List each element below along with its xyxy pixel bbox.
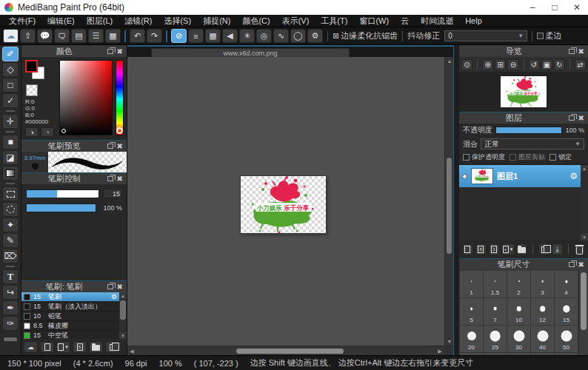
size-cell[interactable]: 7 xyxy=(484,298,507,325)
parallel-snap-button[interactable]: ≡ xyxy=(188,29,204,43)
edit-material-button[interactable]: ▦ xyxy=(105,29,121,43)
brush-row[interactable]: 15 中空笔 xyxy=(21,331,119,339)
snap-settings-button[interactable]: ⚙ xyxy=(307,29,323,43)
rotate-left-button[interactable]: ↺ xyxy=(529,59,540,70)
size-cell[interactable]: 4 xyxy=(555,271,578,297)
snap-off-button[interactable]: ⊘ xyxy=(171,29,187,43)
fit-window-button[interactable]: ⊞ xyxy=(495,59,506,70)
saturation-value-picker[interactable] xyxy=(59,60,113,135)
scroll-down-icon[interactable]: ▼ xyxy=(119,332,127,339)
transparent-color-swatch[interactable] xyxy=(26,84,38,96)
lasso-select-tool[interactable] xyxy=(2,202,19,217)
close-icon[interactable]: ✖ xyxy=(117,175,123,183)
popout-icon[interactable] xyxy=(107,176,113,181)
clipping-checkbox[interactable] xyxy=(510,154,516,161)
merge-layer-button[interactable]: ⤓ xyxy=(552,243,563,255)
popout-icon[interactable] xyxy=(107,144,113,149)
menu-timelapse[interactable]: 时间流逝 xyxy=(415,15,459,27)
redo-button[interactable]: ↷ xyxy=(147,29,162,43)
size-cell[interactable]: 12 xyxy=(531,298,554,325)
size-cell[interactable]: 25 xyxy=(484,326,507,352)
lock-checkbox[interactable] xyxy=(549,154,556,161)
size-cell[interactable]: 10 xyxy=(507,298,530,325)
scroll-right-icon[interactable]: ▶ xyxy=(435,346,444,356)
add-brush-menu-button[interactable]: ▼ xyxy=(56,341,70,353)
soft-edge-checkbox[interactable] xyxy=(537,33,544,39)
size-cell[interactable]: 20 xyxy=(460,326,483,352)
color-set-button[interactable]: ◔ xyxy=(41,127,54,137)
bucket-tool[interactable]: ◪ xyxy=(2,150,19,165)
script-brush-button[interactable]: S xyxy=(73,341,87,353)
scroll-thumb[interactable] xyxy=(581,272,587,330)
popout-icon[interactable] xyxy=(569,262,575,267)
zoom-reset-button[interactable]: ⊙ xyxy=(461,59,472,70)
text-tool[interactable]: T xyxy=(2,269,19,284)
delete-layer-button[interactable] xyxy=(574,243,585,255)
brush-opacity-slider[interactable] xyxy=(26,204,96,212)
scroll-down-icon[interactable]: ▼ xyxy=(581,234,588,240)
size-cell[interactable]: 15 xyxy=(555,298,578,325)
scroll-up-icon[interactable]: ▲ xyxy=(445,57,454,65)
popout-icon[interactable] xyxy=(569,49,575,54)
cloud-brush-button[interactable]: ☁ xyxy=(24,341,38,353)
close-icon[interactable]: ✖ xyxy=(117,142,123,150)
popout-icon[interactable] xyxy=(107,49,113,54)
visibility-icon[interactable] xyxy=(462,174,467,179)
scroll-up-icon[interactable]: ▲ xyxy=(581,165,588,172)
brush-sizes-scrollbar[interactable] xyxy=(578,270,588,355)
brush-row[interactable]: 10 铅笔 xyxy=(21,312,119,321)
select-pen-tool[interactable]: ✎ xyxy=(2,233,19,248)
size-cell-partial[interactable] xyxy=(460,353,483,355)
brush-row[interactable]: 8.5 橡皮擦 xyxy=(21,321,119,331)
brush-tool[interactable]: ✐ xyxy=(2,47,19,61)
size-cell[interactable]: 3 xyxy=(531,271,554,297)
duplicate-layer-button[interactable] xyxy=(538,243,549,255)
comment-settings-button[interactable]: 🗨 xyxy=(54,29,70,43)
popout-icon[interactable] xyxy=(107,284,113,289)
fill-rect-tool[interactable]: ■ xyxy=(2,135,19,149)
brush-list-scrollbar[interactable]: ▲ ▼ xyxy=(119,292,127,339)
hue-cursor[interactable] xyxy=(116,127,123,134)
flip-view-button[interactable]: ⇄ xyxy=(575,59,586,70)
new-8bit-layer-button[interactable]: 8 xyxy=(475,243,487,255)
zoom-in-button[interactable]: ⊕ xyxy=(482,59,493,70)
palette-button[interactable]: ◑ xyxy=(25,127,39,137)
minimize-button[interactable]: – xyxy=(521,0,544,15)
select-eraser-tool[interactable]: ⌦ xyxy=(2,249,19,263)
size-cell[interactable]: 1 xyxy=(460,271,483,297)
size-cell-partial[interactable] xyxy=(507,353,530,355)
close-icon[interactable]: ✖ xyxy=(578,260,584,269)
menu-snap[interactable]: 捕捉(N) xyxy=(197,15,236,27)
protect-alpha-checkbox[interactable] xyxy=(463,154,470,161)
menu-filter[interactable]: 滤镜(R) xyxy=(118,15,158,27)
close-icon[interactable]: ✖ xyxy=(578,47,584,56)
foreground-color-swatch[interactable] xyxy=(25,60,38,73)
cloud-button[interactable]: ☁ xyxy=(3,29,19,43)
operation-tool[interactable]: ↪ xyxy=(2,285,19,300)
close-button[interactable]: ✕ xyxy=(566,0,588,15)
popout-icon[interactable] xyxy=(569,115,575,121)
scroll-track[interactable] xyxy=(445,65,453,337)
canvas-area[interactable]: www.x6d.com.png ▲ ▼ ◀ ▶ xyxy=(127,45,453,355)
move-tool[interactable]: ✛ xyxy=(2,114,19,129)
scroll-track[interactable] xyxy=(581,172,588,234)
document-tab[interactable]: www.x6d.com.png xyxy=(151,48,350,57)
menu-edit[interactable]: 编辑(E) xyxy=(41,15,81,27)
grid-snap-button[interactable]: ▦ xyxy=(205,29,221,43)
menu-window[interactable]: 窗口(W) xyxy=(353,15,395,27)
scroll-up-icon[interactable]: ▲ xyxy=(119,292,127,299)
scroll-track[interactable] xyxy=(136,346,435,355)
size-cell[interactable]: 40 xyxy=(531,326,554,352)
radial-snap-button[interactable]: ✳ xyxy=(239,29,255,43)
marquee-select-tool[interactable] xyxy=(2,186,19,201)
concentric-snap-button[interactable]: ◎ xyxy=(256,29,272,43)
menu-help[interactable]: Help xyxy=(459,15,488,27)
jitter-dropdown[interactable]: 0 ▼ xyxy=(444,30,527,41)
material-list-button[interactable]: ☰ xyxy=(88,29,104,43)
gear-icon[interactable]: ⚙ xyxy=(111,293,117,300)
menu-cloud[interactable]: 云 xyxy=(395,15,415,27)
scroll-thumb[interactable] xyxy=(447,158,452,254)
brush-size-slider[interactable] xyxy=(26,189,99,198)
menu-layer[interactable]: 图层(L) xyxy=(81,15,118,27)
maximize-button[interactable]: □ xyxy=(544,0,566,15)
